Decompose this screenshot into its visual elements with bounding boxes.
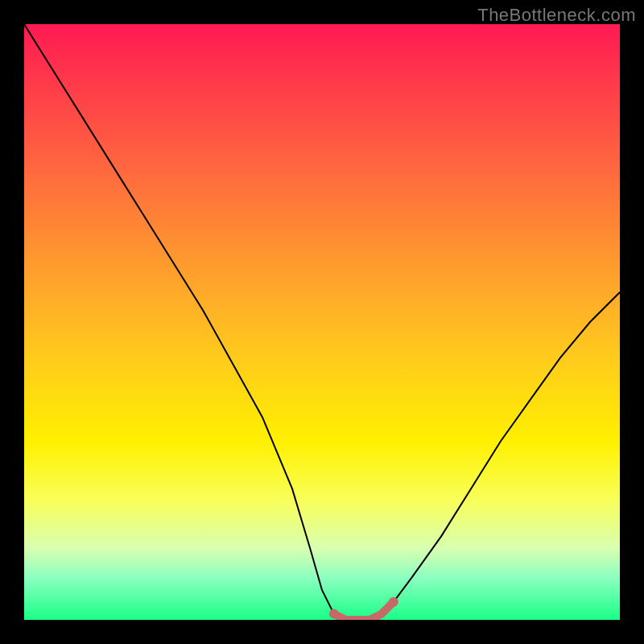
curve-overlay [24, 24, 620, 620]
plot-area [24, 24, 620, 620]
watermark-label: TheBottleneck.com [477, 5, 636, 26]
chart-frame: TheBottleneck.com [0, 0, 644, 644]
optimal-range-marker [334, 602, 394, 620]
marker-dot [389, 597, 398, 607]
bottleneck-curve [24, 24, 620, 620]
marker-dot [329, 609, 339, 619]
